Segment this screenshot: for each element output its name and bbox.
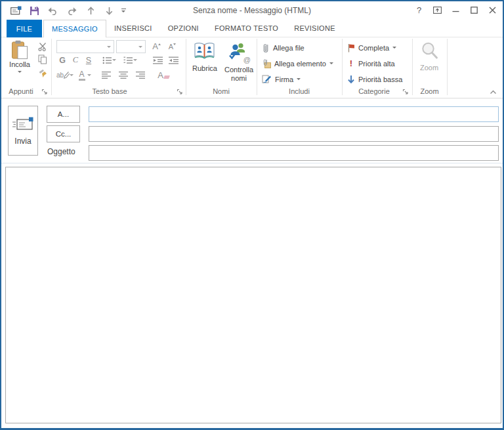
cut-button[interactable]	[35, 40, 49, 53]
group-label-appunti: Appunti	[3, 87, 39, 96]
bullets-button[interactable]	[100, 54, 118, 66]
decrease-indent-icon	[153, 56, 163, 64]
cc-input[interactable]	[89, 126, 499, 142]
eraser-icon	[163, 75, 170, 79]
grow-font-button[interactable]: A	[150, 40, 163, 53]
tab-inserisci[interactable]: INSERISCI	[106, 20, 160, 37]
redo-button[interactable]	[63, 3, 81, 18]
message-properties-button[interactable]	[7, 3, 25, 18]
send-envelope-icon	[12, 116, 34, 132]
minimize-button[interactable]	[447, 2, 465, 18]
subject-input[interactable]	[89, 145, 499, 161]
clipboard-paste-icon	[10, 40, 29, 60]
underline-icon: S	[86, 56, 91, 65]
italic-button[interactable]: C	[70, 54, 81, 66]
bold-icon: G	[59, 56, 66, 65]
to-button[interactable]: A...	[47, 106, 80, 123]
group-label-testo-base: Testo base	[74, 87, 146, 96]
align-right-icon	[136, 72, 146, 79]
paste-label: Incolla	[9, 60, 30, 69]
bold-button[interactable]: G	[56, 54, 68, 66]
collapse-ribbon-button[interactable]	[486, 87, 500, 97]
font-name-combo[interactable]	[56, 40, 114, 53]
appunti-dialog-launcher[interactable]	[40, 87, 49, 96]
group-separator	[342, 39, 343, 95]
align-left-button[interactable]	[100, 69, 114, 81]
numbering-button[interactable]	[121, 54, 139, 66]
triangle-up-icon	[158, 43, 161, 45]
dialog-launcher-icon	[41, 89, 48, 95]
zoom-button[interactable]: Zoom	[415, 39, 444, 81]
attach-item-button[interactable]: Allega elemento	[262, 56, 333, 70]
low-importance-button[interactable]: Priorità bassa	[347, 72, 402, 86]
ribbon-display-options-button[interactable]	[429, 2, 446, 18]
shrink-font-button[interactable]: A	[165, 40, 179, 53]
chevron-down-icon	[18, 71, 22, 73]
undo-button[interactable]	[43, 3, 62, 18]
chevron-down-icon	[297, 78, 301, 80]
tab-messaggio[interactable]: MESSAGGIO	[43, 20, 106, 37]
close-button[interactable]	[484, 2, 501, 18]
high-importance-button[interactable]: ! Priorità alta	[347, 56, 395, 70]
font-color-button[interactable]: A	[76, 69, 93, 81]
next-item-button[interactable]	[100, 3, 118, 18]
chevron-down-icon	[133, 59, 137, 61]
signature-button[interactable]: Firma	[262, 72, 301, 86]
header-separator	[1, 163, 504, 163]
message-body[interactable]	[5, 167, 501, 423]
triangle-down-icon	[173, 43, 176, 45]
format-painter-button[interactable]	[35, 67, 49, 79]
group-label-categorie: Categorie	[345, 87, 404, 96]
tab-formato-testo[interactable]: FORMATO TESTO	[207, 20, 286, 37]
customize-qat-button[interactable]	[117, 3, 130, 18]
save-icon	[30, 6, 39, 16]
decrease-indent-button[interactable]	[151, 54, 165, 66]
save-button[interactable]	[25, 3, 43, 18]
help-button[interactable]: ?	[410, 2, 428, 18]
bullet-list-icon	[102, 56, 112, 64]
copy-button[interactable]	[35, 53, 49, 66]
low-importance-label: Priorità bassa	[358, 75, 402, 83]
check-names-icon: @	[228, 41, 249, 63]
send-label: Invia	[14, 137, 31, 146]
send-button[interactable]: Invia	[8, 106, 38, 156]
categorie-dialog-launcher[interactable]	[401, 87, 410, 96]
tab-opzioni[interactable]: OPZIONI	[160, 20, 207, 37]
align-center-button[interactable]	[117, 69, 131, 81]
chevron-down-icon	[107, 46, 111, 48]
low-importance-icon	[347, 75, 355, 83]
maximize-button[interactable]	[465, 2, 483, 18]
maximize-icon	[471, 7, 478, 14]
increase-indent-button[interactable]	[167, 54, 180, 66]
group-separator	[51, 39, 52, 95]
attach-file-button[interactable]: Allega file	[262, 41, 304, 54]
font-size-combo[interactable]	[116, 40, 146, 53]
text-highlight-button[interactable]: ab	[55, 69, 75, 81]
chevron-down-icon	[392, 47, 396, 49]
clear-formatting-button[interactable]: A	[155, 69, 172, 81]
attach-item-icon	[262, 58, 271, 69]
cc-button[interactable]: Cc...	[47, 125, 80, 142]
underline-button[interactable]: S	[83, 54, 94, 66]
tab-revisione[interactable]: REVISIONE	[286, 20, 343, 37]
follow-up-label: Completa	[358, 44, 389, 52]
tab-file[interactable]: FILE	[7, 20, 42, 37]
paperclip-icon	[262, 43, 270, 53]
minimize-icon	[452, 7, 459, 14]
arrow-up-icon	[87, 7, 94, 15]
previous-item-button[interactable]	[81, 3, 100, 18]
paste-button[interactable]: Incolla	[5, 39, 34, 85]
check-names-button[interactable]: @ Controlla nomi	[222, 39, 256, 84]
to-button-label: A...	[58, 110, 69, 118]
testo-base-dialog-launcher[interactable]	[175, 87, 184, 96]
to-input[interactable]	[89, 106, 499, 122]
chevron-down-icon	[70, 74, 74, 76]
check-names-label-line1: Controlla	[224, 66, 253, 74]
redo-icon	[67, 7, 77, 15]
follow-up-flag-button[interactable]: Completa	[347, 41, 396, 54]
align-right-button[interactable]	[134, 69, 148, 81]
address-book-button[interactable]: Rubrica	[189, 39, 220, 84]
message-window: Senza nome - Messaggio (HTML)	[0, 0, 504, 430]
dialog-launcher-icon	[177, 89, 183, 95]
clear-formatting-icon: A	[158, 70, 163, 80]
